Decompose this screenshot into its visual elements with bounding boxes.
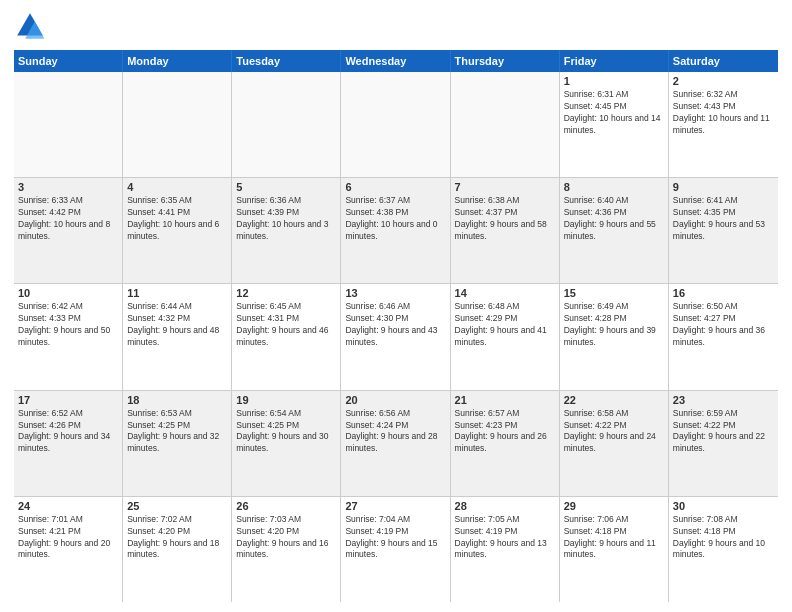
calendar-cell: 9Sunrise: 6:41 AMSunset: 4:35 PMDaylight… — [669, 178, 778, 283]
calendar: SundayMondayTuesdayWednesdayThursdayFrid… — [14, 50, 778, 602]
calendar-cell: 1Sunrise: 6:31 AMSunset: 4:45 PMDaylight… — [560, 72, 669, 177]
day-number: 20 — [345, 394, 445, 406]
day-info: Sunrise: 6:53 AMSunset: 4:25 PMDaylight:… — [127, 408, 227, 456]
day-info: Sunrise: 6:31 AMSunset: 4:45 PMDaylight:… — [564, 89, 664, 137]
header-day-monday: Monday — [123, 50, 232, 72]
calendar-row-2: 10Sunrise: 6:42 AMSunset: 4:33 PMDayligh… — [14, 284, 778, 390]
calendar-cell — [232, 72, 341, 177]
day-info: Sunrise: 6:41 AMSunset: 4:35 PMDaylight:… — [673, 195, 774, 243]
calendar-cell: 25Sunrise: 7:02 AMSunset: 4:20 PMDayligh… — [123, 497, 232, 602]
calendar-cell — [341, 72, 450, 177]
calendar-row-3: 17Sunrise: 6:52 AMSunset: 4:26 PMDayligh… — [14, 391, 778, 497]
calendar-body: 1Sunrise: 6:31 AMSunset: 4:45 PMDaylight… — [14, 72, 778, 602]
day-info: Sunrise: 6:37 AMSunset: 4:38 PMDaylight:… — [345, 195, 445, 243]
header-day-wednesday: Wednesday — [341, 50, 450, 72]
day-number: 23 — [673, 394, 774, 406]
calendar-cell: 30Sunrise: 7:08 AMSunset: 4:18 PMDayligh… — [669, 497, 778, 602]
day-number: 5 — [236, 181, 336, 193]
day-info: Sunrise: 6:33 AMSunset: 4:42 PMDaylight:… — [18, 195, 118, 243]
day-number: 4 — [127, 181, 227, 193]
day-info: Sunrise: 7:04 AMSunset: 4:19 PMDaylight:… — [345, 514, 445, 562]
day-info: Sunrise: 6:44 AMSunset: 4:32 PMDaylight:… — [127, 301, 227, 349]
calendar-cell: 29Sunrise: 7:06 AMSunset: 4:18 PMDayligh… — [560, 497, 669, 602]
calendar-cell: 19Sunrise: 6:54 AMSunset: 4:25 PMDayligh… — [232, 391, 341, 496]
day-info: Sunrise: 6:49 AMSunset: 4:28 PMDaylight:… — [564, 301, 664, 349]
day-number: 11 — [127, 287, 227, 299]
day-info: Sunrise: 6:58 AMSunset: 4:22 PMDaylight:… — [564, 408, 664, 456]
calendar-cell: 26Sunrise: 7:03 AMSunset: 4:20 PMDayligh… — [232, 497, 341, 602]
day-info: Sunrise: 6:36 AMSunset: 4:39 PMDaylight:… — [236, 195, 336, 243]
day-number: 29 — [564, 500, 664, 512]
calendar-header: SundayMondayTuesdayWednesdayThursdayFrid… — [14, 50, 778, 72]
day-info: Sunrise: 6:59 AMSunset: 4:22 PMDaylight:… — [673, 408, 774, 456]
calendar-cell: 7Sunrise: 6:38 AMSunset: 4:37 PMDaylight… — [451, 178, 560, 283]
day-number: 10 — [18, 287, 118, 299]
day-info: Sunrise: 6:46 AMSunset: 4:30 PMDaylight:… — [345, 301, 445, 349]
day-info: Sunrise: 6:32 AMSunset: 4:43 PMDaylight:… — [673, 89, 774, 137]
header-day-friday: Friday — [560, 50, 669, 72]
calendar-cell: 24Sunrise: 7:01 AMSunset: 4:21 PMDayligh… — [14, 497, 123, 602]
calendar-row-0: 1Sunrise: 6:31 AMSunset: 4:45 PMDaylight… — [14, 72, 778, 178]
calendar-cell: 23Sunrise: 6:59 AMSunset: 4:22 PMDayligh… — [669, 391, 778, 496]
day-number: 16 — [673, 287, 774, 299]
day-info: Sunrise: 6:40 AMSunset: 4:36 PMDaylight:… — [564, 195, 664, 243]
day-info: Sunrise: 7:01 AMSunset: 4:21 PMDaylight:… — [18, 514, 118, 562]
header-day-tuesday: Tuesday — [232, 50, 341, 72]
day-info: Sunrise: 6:38 AMSunset: 4:37 PMDaylight:… — [455, 195, 555, 243]
calendar-cell — [14, 72, 123, 177]
calendar-cell: 5Sunrise: 6:36 AMSunset: 4:39 PMDaylight… — [232, 178, 341, 283]
calendar-cell: 2Sunrise: 6:32 AMSunset: 4:43 PMDaylight… — [669, 72, 778, 177]
day-number: 24 — [18, 500, 118, 512]
day-number: 8 — [564, 181, 664, 193]
day-number: 18 — [127, 394, 227, 406]
calendar-row-1: 3Sunrise: 6:33 AMSunset: 4:42 PMDaylight… — [14, 178, 778, 284]
day-info: Sunrise: 7:06 AMSunset: 4:18 PMDaylight:… — [564, 514, 664, 562]
day-info: Sunrise: 6:57 AMSunset: 4:23 PMDaylight:… — [455, 408, 555, 456]
calendar-cell: 16Sunrise: 6:50 AMSunset: 4:27 PMDayligh… — [669, 284, 778, 389]
day-number: 25 — [127, 500, 227, 512]
calendar-cell: 18Sunrise: 6:53 AMSunset: 4:25 PMDayligh… — [123, 391, 232, 496]
day-number: 12 — [236, 287, 336, 299]
day-number: 9 — [673, 181, 774, 193]
day-number: 22 — [564, 394, 664, 406]
day-number: 30 — [673, 500, 774, 512]
day-info: Sunrise: 6:48 AMSunset: 4:29 PMDaylight:… — [455, 301, 555, 349]
day-number: 13 — [345, 287, 445, 299]
logo — [14, 10, 50, 42]
day-number: 2 — [673, 75, 774, 87]
day-number: 6 — [345, 181, 445, 193]
day-number: 3 — [18, 181, 118, 193]
calendar-cell: 17Sunrise: 6:52 AMSunset: 4:26 PMDayligh… — [14, 391, 123, 496]
header-day-thursday: Thursday — [451, 50, 560, 72]
day-info: Sunrise: 6:45 AMSunset: 4:31 PMDaylight:… — [236, 301, 336, 349]
day-number: 28 — [455, 500, 555, 512]
day-number: 17 — [18, 394, 118, 406]
day-info: Sunrise: 6:42 AMSunset: 4:33 PMDaylight:… — [18, 301, 118, 349]
day-number: 21 — [455, 394, 555, 406]
calendar-cell: 28Sunrise: 7:05 AMSunset: 4:19 PMDayligh… — [451, 497, 560, 602]
calendar-cell: 8Sunrise: 6:40 AMSunset: 4:36 PMDaylight… — [560, 178, 669, 283]
day-info: Sunrise: 6:56 AMSunset: 4:24 PMDaylight:… — [345, 408, 445, 456]
calendar-cell: 14Sunrise: 6:48 AMSunset: 4:29 PMDayligh… — [451, 284, 560, 389]
day-number: 26 — [236, 500, 336, 512]
day-number: 14 — [455, 287, 555, 299]
day-info: Sunrise: 6:52 AMSunset: 4:26 PMDaylight:… — [18, 408, 118, 456]
day-info: Sunrise: 7:08 AMSunset: 4:18 PMDaylight:… — [673, 514, 774, 562]
calendar-cell: 6Sunrise: 6:37 AMSunset: 4:38 PMDaylight… — [341, 178, 450, 283]
header — [14, 10, 778, 42]
day-number: 27 — [345, 500, 445, 512]
calendar-cell — [451, 72, 560, 177]
calendar-cell: 4Sunrise: 6:35 AMSunset: 4:41 PMDaylight… — [123, 178, 232, 283]
day-info: Sunrise: 6:50 AMSunset: 4:27 PMDaylight:… — [673, 301, 774, 349]
header-day-sunday: Sunday — [14, 50, 123, 72]
day-info: Sunrise: 7:05 AMSunset: 4:19 PMDaylight:… — [455, 514, 555, 562]
calendar-cell: 21Sunrise: 6:57 AMSunset: 4:23 PMDayligh… — [451, 391, 560, 496]
logo-icon — [14, 10, 46, 42]
calendar-cell: 22Sunrise: 6:58 AMSunset: 4:22 PMDayligh… — [560, 391, 669, 496]
header-day-saturday: Saturday — [669, 50, 778, 72]
day-info: Sunrise: 6:35 AMSunset: 4:41 PMDaylight:… — [127, 195, 227, 243]
day-info: Sunrise: 6:54 AMSunset: 4:25 PMDaylight:… — [236, 408, 336, 456]
calendar-cell: 15Sunrise: 6:49 AMSunset: 4:28 PMDayligh… — [560, 284, 669, 389]
day-number: 19 — [236, 394, 336, 406]
calendar-cell — [123, 72, 232, 177]
